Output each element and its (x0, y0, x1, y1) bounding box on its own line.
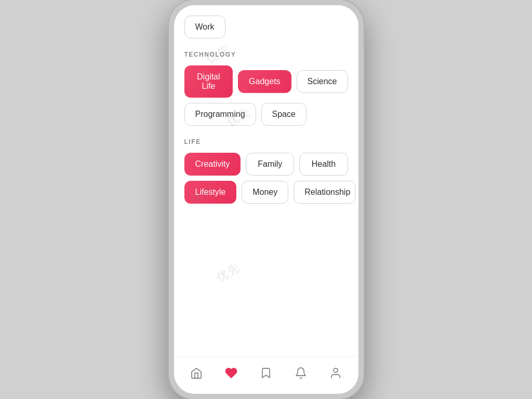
tag-health-button[interactable]: Health (299, 153, 348, 176)
tag-family-button[interactable]: Family (246, 153, 294, 176)
phone-frame: Work TECHNOLOGY Digital Life Gadgets Sci… (169, 0, 364, 399)
bookmark-icon (259, 366, 273, 380)
tag-creativity-button[interactable]: Creativity (184, 153, 241, 176)
tag-science-button[interactable]: Science (297, 70, 348, 93)
bottom-navigation (174, 356, 358, 394)
life-row-1: Creativity Family Health (184, 153, 348, 176)
technology-row-1: Digital Life Gadgets Science (184, 65, 348, 98)
work-row: Work (184, 16, 348, 38)
tag-relationship-button[interactable]: Relationship (294, 181, 356, 204)
tag-lifestyle-button[interactable]: Lifestyle (184, 181, 237, 204)
life-label: LIFE (184, 138, 348, 145)
life-row-2: Lifestyle Money Relationship (184, 181, 348, 204)
tag-gadgets-button[interactable]: Gadgets (238, 70, 291, 93)
nav-user[interactable] (318, 366, 353, 380)
phone-screen: Work TECHNOLOGY Digital Life Gadgets Sci… (174, 5, 358, 394)
bell-icon (294, 366, 308, 380)
home-icon (190, 366, 203, 380)
tag-space-button[interactable]: Space (261, 103, 307, 126)
heart-icon (224, 366, 238, 380)
user-icon (329, 366, 342, 380)
nav-bookmark[interactable] (249, 366, 284, 380)
nav-home[interactable] (179, 366, 214, 380)
tag-work-button[interactable]: Work (184, 16, 225, 38)
nav-bell[interactable] (284, 366, 318, 380)
nav-heart[interactable] (214, 366, 249, 380)
technology-row-2: Programming Space (184, 103, 348, 126)
svg-point-0 (334, 368, 338, 373)
life-section: LIFE Creativity Family Health Lifestyle … (184, 138, 348, 204)
tag-programming-button[interactable]: Programming (184, 103, 256, 126)
technology-label: TECHNOLOGY (184, 51, 348, 58)
technology-section: TECHNOLOGY Digital Life Gadgets Science … (184, 51, 348, 126)
screen-content: Work TECHNOLOGY Digital Life Gadgets Sci… (174, 5, 358, 356)
tag-money-button[interactable]: Money (242, 181, 288, 204)
tag-digital-life-button[interactable]: Digital Life (184, 65, 233, 98)
